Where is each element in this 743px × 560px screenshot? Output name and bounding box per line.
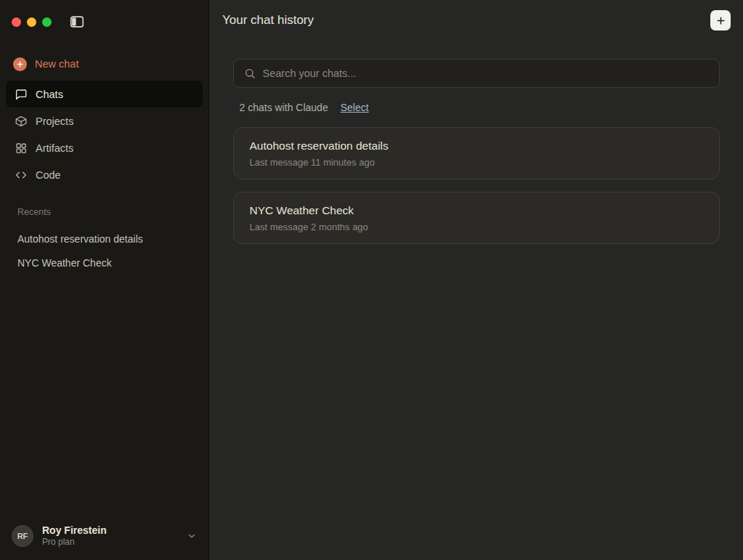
main-header: Your chat history [209,0,743,41]
chat-title: Autohost reservation details [250,139,703,153]
recent-chat-item[interactable]: Autohost reservation details [17,227,191,251]
user-info: Roy Firestein Pro plan [42,524,107,548]
chat-bubble-icon [15,88,28,101]
user-menu[interactable]: RF Roy Firestein Pro plan [0,513,208,560]
plus-icon [715,15,726,26]
sidebar-item-projects[interactable]: Projects [6,107,203,134]
search-input[interactable] [263,68,709,79]
new-chat-label: New chat [35,58,78,70]
sidebar-item-label: Code [36,169,61,181]
chat-last-message-time: Last message 2 months ago [250,222,703,232]
chat-history-item[interactable]: NYC Weather Check Last message 2 months … [233,192,720,244]
sidebar-nav: Chats Projects [0,77,208,188]
chat-history-content: 2 chats with Claude Select Autohost rese… [233,41,720,256]
chats-meta-row: 2 chats with Claude Select [233,102,720,113]
avatar: RF [12,525,33,547]
recent-chat-item[interactable]: NYC Weather Check [17,251,191,275]
recents-section: Recents Autohost reservation details NYC… [0,188,208,275]
plus-icon [13,57,27,71]
sidebar-toggle-button[interactable] [67,12,87,32]
titlebar [0,0,208,44]
new-chat-button[interactable]: New chat [12,51,197,77]
page-title: Your chat history [222,13,314,28]
close-window-button[interactable] [12,17,21,27]
sidebar-item-label: Projects [36,115,73,127]
panel-left-icon [69,14,85,30]
select-link[interactable]: Select [341,102,369,113]
new-chat-plus-button[interactable] [710,10,731,31]
user-plan: Pro plan [42,537,107,548]
chat-last-message-time: Last message 11 minutes ago [250,157,703,168]
chat-history-item[interactable]: Autohost reservation details Last messag… [233,127,720,179]
sidebar-item-artifacts[interactable]: Artifacts [6,134,203,161]
search-icon [244,68,256,79]
chevron-down-icon [187,531,197,541]
box-icon [15,115,28,128]
traffic-lights [12,17,52,27]
minimize-window-button[interactable] [27,17,36,27]
sidebar-item-chats[interactable]: Chats [6,81,203,107]
zoom-window-button[interactable] [42,17,52,27]
sidebar-item-code[interactable]: Code [6,161,203,188]
grid-icon [15,142,28,155]
sidebar-item-label: Chats [36,89,63,100]
code-icon [15,169,28,182]
main-panel: Your chat history [209,0,743,560]
sidebar: New chat Chats Proje [0,0,209,560]
user-name: Roy Firestein [42,524,107,537]
sidebar-item-label: Artifacts [36,142,73,154]
recents-heading: Recents [17,207,191,217]
app-window: New chat Chats Proje [0,0,743,560]
search-bar[interactable] [233,59,720,88]
chat-count-label: 2 chats with Claude [240,102,328,113]
chat-title: NYC Weather Check [250,204,703,217]
